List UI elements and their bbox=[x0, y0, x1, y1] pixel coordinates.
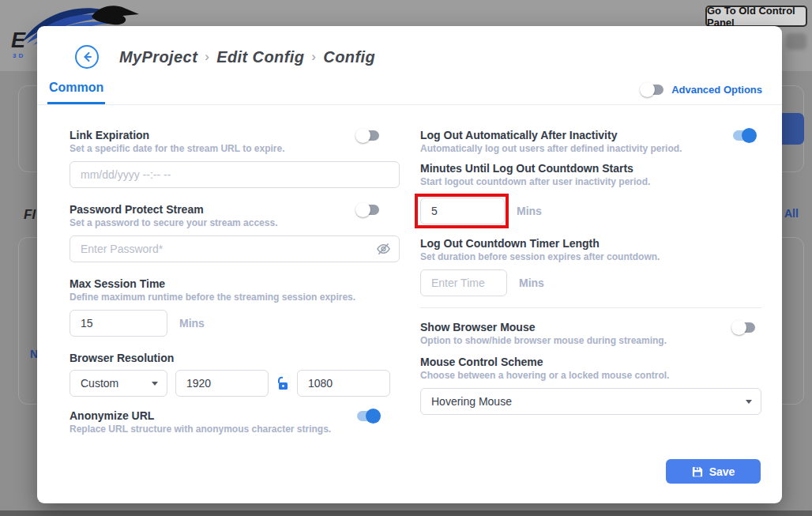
show-mouse-label: Show Browser Mouse bbox=[420, 321, 535, 333]
countdown-start-unit: Mins bbox=[517, 205, 542, 217]
max-session-input[interactable] bbox=[70, 310, 167, 337]
breadcrumb: MyProject › Edit Config › Config bbox=[119, 48, 375, 66]
max-session-unit: Mins bbox=[179, 317, 205, 330]
breadcrumb-project[interactable]: MyProject bbox=[119, 48, 197, 66]
countdown-length-input[interactable] bbox=[420, 269, 507, 296]
auto-logout-label: Log Out Automatically After Inactivity bbox=[420, 129, 617, 141]
mouse-scheme-value: Hovering Mouse bbox=[431, 395, 512, 408]
config-dialog: MyProject › Edit Config › Config Common … bbox=[37, 26, 782, 503]
advanced-options-toggle[interactable] bbox=[641, 85, 664, 95]
tab-bar: Common Advanced Options bbox=[37, 81, 782, 105]
auto-logout-field: Log Out Automatically After Inactivity A… bbox=[420, 129, 761, 154]
password-protect-description: Set a password to secure your stream acc… bbox=[70, 217, 400, 228]
dialog-header: MyProject › Edit Config › Config bbox=[37, 26, 782, 69]
password-input[interactable] bbox=[70, 235, 400, 262]
mouse-scheme-label: Mouse Control Scheme bbox=[420, 356, 543, 368]
countdown-start-field: Minutes Until Log Out Countdown Starts S… bbox=[420, 162, 761, 224]
breadcrumb-separator: › bbox=[311, 49, 316, 65]
max-session-description: Define maximum runtime before the stream… bbox=[70, 292, 400, 303]
go-to-old-control-panel-button[interactable]: Go To Old Control Panel bbox=[705, 6, 807, 27]
toggle-knob bbox=[742, 128, 757, 143]
brand-logo-subtext-fragment: 3D bbox=[13, 52, 25, 59]
countdown-start-description: Start logout countdown after user inacti… bbox=[420, 176, 761, 187]
breadcrumb-edit-config[interactable]: Edit Config bbox=[216, 48, 304, 66]
resolution-width-input[interactable] bbox=[175, 370, 269, 397]
mouse-scheme-field: Mouse Control Scheme Choose between a ho… bbox=[420, 356, 761, 415]
advanced-options-label: Advanced Options bbox=[671, 84, 762, 96]
arrow-left-icon bbox=[81, 51, 93, 63]
link-expiration-description: Set a specific date for the stream URL t… bbox=[70, 143, 400, 154]
breadcrumb-config: Config bbox=[323, 48, 375, 66]
eye-off-icon[interactable] bbox=[376, 242, 391, 256]
background-link-fragment-all[interactable]: All bbox=[784, 207, 799, 220]
anonymize-url-toggle[interactable] bbox=[357, 411, 379, 421]
show-mouse-description: Option to show/hide browser mouse during… bbox=[420, 335, 761, 346]
countdown-length-description: Set duration before session expires afte… bbox=[420, 251, 761, 262]
background-heading-fragment: Fl bbox=[24, 207, 36, 223]
anonymize-url-label: Anonymize URL bbox=[70, 409, 154, 422]
link-expiration-toggle[interactable] bbox=[357, 130, 379, 141]
back-button[interactable] bbox=[75, 45, 99, 69]
save-button[interactable]: Save bbox=[666, 459, 761, 484]
countdown-length-label: Log Out Countdown Timer Length bbox=[420, 237, 600, 250]
mouse-scheme-select[interactable]: Hovering Mouse bbox=[420, 388, 761, 415]
save-button-label: Save bbox=[709, 465, 735, 478]
breadcrumb-separator: › bbox=[205, 49, 209, 65]
resolution-preset-value: Custom bbox=[81, 377, 118, 390]
left-column: Link Expiration Set a specific date for … bbox=[70, 129, 400, 450]
link-expiration-date-input[interactable] bbox=[70, 161, 400, 188]
browser-resolution-field: Browser Resolution Custom bbox=[70, 352, 400, 397]
show-mouse-toggle[interactable] bbox=[733, 322, 755, 333]
auto-logout-toggle[interactable] bbox=[733, 130, 755, 141]
show-mouse-field: Show Browser Mouse Option to show/hide b… bbox=[420, 321, 761, 346]
max-session-label: Max Session Time bbox=[70, 277, 165, 290]
page-footer-strip bbox=[0, 510, 812, 516]
countdown-start-label: Minutes Until Log Out Countdown Starts bbox=[420, 162, 633, 175]
tab-common[interactable]: Common bbox=[47, 81, 105, 104]
anonymize-url-description: Replace URL structure with anonymous cha… bbox=[70, 424, 400, 435]
toggle-knob bbox=[640, 82, 655, 97]
floppy-disk-icon bbox=[692, 466, 703, 477]
password-protect-field: Password Protect Stream Set a password t… bbox=[70, 203, 400, 262]
resolution-height-input[interactable] bbox=[297, 370, 390, 397]
caret-down-icon bbox=[746, 400, 752, 404]
browser-resolution-label: Browser Resolution bbox=[70, 352, 174, 364]
caret-down-icon bbox=[152, 382, 158, 386]
user-menu-blob[interactable] bbox=[786, 33, 806, 50]
brand-logo-text-fragment: E bbox=[11, 28, 26, 53]
mouse-scheme-description: Choose between a hovering or a locked mo… bbox=[420, 370, 761, 381]
password-protect-toggle[interactable] bbox=[357, 205, 379, 215]
countdown-length-unit: Mins bbox=[519, 277, 544, 289]
countdown-length-field: Log Out Countdown Timer Length Set durat… bbox=[420, 237, 761, 296]
section-divider bbox=[420, 307, 761, 308]
anonymize-url-field: Anonymize URL Replace URL structure with… bbox=[70, 409, 400, 435]
max-session-field: Max Session Time Define maximum runtime … bbox=[70, 277, 400, 337]
dialog-content: Link Expiration Set a specific date for … bbox=[37, 105, 782, 450]
resolution-preset-select[interactable]: Custom bbox=[70, 370, 167, 397]
link-expiration-label: Link Expiration bbox=[70, 129, 149, 141]
countdown-start-input[interactable] bbox=[420, 198, 505, 224]
right-column: Log Out Automatically After Inactivity A… bbox=[420, 129, 761, 450]
toggle-knob bbox=[731, 320, 746, 335]
toggle-knob bbox=[355, 128, 370, 143]
toggle-knob bbox=[355, 202, 370, 217]
toggle-knob bbox=[366, 409, 381, 424]
link-expiration-field: Link Expiration Set a specific date for … bbox=[70, 129, 400, 188]
lock-open-icon[interactable] bbox=[276, 376, 289, 390]
auto-logout-description: Automatically log out users after define… bbox=[420, 143, 761, 154]
password-protect-label: Password Protect Stream bbox=[70, 203, 204, 216]
